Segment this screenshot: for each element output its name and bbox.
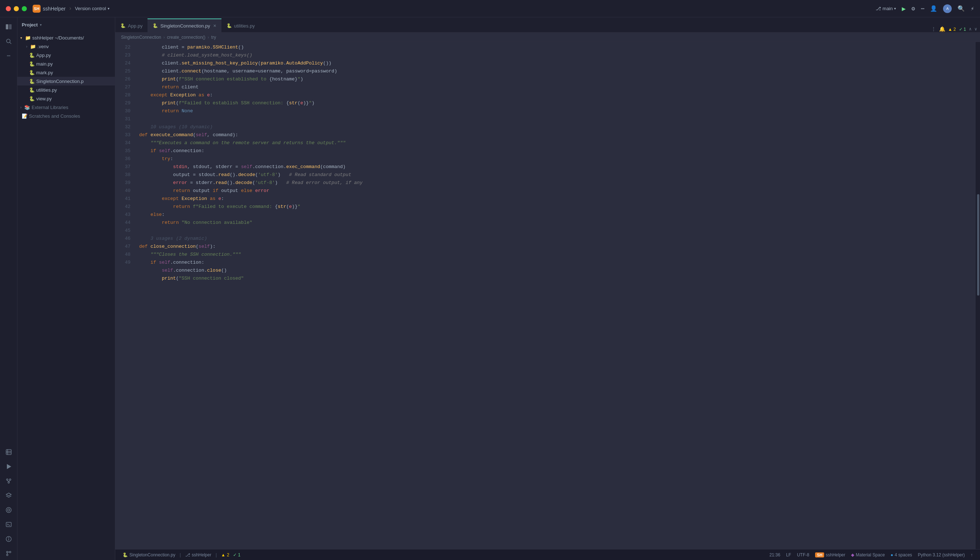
excel-icon[interactable] bbox=[2, 445, 15, 458]
status-encoding[interactable]: UTF-8 bbox=[794, 552, 812, 557]
layers-icon[interactable] bbox=[2, 489, 15, 502]
code-line-47: if self.connection: bbox=[139, 258, 976, 267]
collapse-icon[interactable]: ∧ bbox=[969, 27, 972, 32]
line-num: 45 bbox=[115, 227, 130, 235]
breadcrumb: SingletonConnection › create_connection(… bbox=[115, 33, 980, 42]
code-line-49: print("SSH connection closed" bbox=[139, 275, 976, 283]
minimize-button[interactable] bbox=[14, 6, 19, 11]
run-icon[interactable] bbox=[2, 460, 15, 473]
preferences-icon[interactable]: ⚡ bbox=[971, 5, 974, 12]
sidebar-item-label-venv: .venv bbox=[37, 44, 48, 49]
profile-icon[interactable]: 👤 bbox=[930, 5, 937, 12]
line-num: 41 bbox=[115, 195, 130, 203]
sidebar-item-mark[interactable]: 🐍 mark.py bbox=[17, 68, 115, 77]
line-num: 23 bbox=[115, 52, 130, 59]
share-icon: ↑ bbox=[971, 552, 973, 557]
status-theme[interactable]: ◆ Material Space bbox=[848, 552, 888, 557]
code-line-38: error = stderr.read().decode('utf-8') # … bbox=[139, 179, 976, 187]
status-indent[interactable]: ● 4 spaces bbox=[888, 552, 915, 557]
tab-utilities[interactable]: 🐍 utilities.py bbox=[222, 18, 260, 32]
status-indent-label: 4 spaces bbox=[895, 552, 912, 557]
sidebar-item-singleton[interactable]: 🐍 SingletonConnection.p bbox=[17, 77, 115, 85]
python-icon: 🐍 bbox=[153, 23, 158, 28]
more-icon[interactable]: ⋯ bbox=[921, 5, 925, 12]
maximize-button[interactable] bbox=[22, 6, 27, 11]
sidebar-item-app[interactable]: 🐍 App.py bbox=[17, 51, 115, 59]
code-line-45: def close_connection(self): bbox=[139, 243, 976, 251]
run-button[interactable]: ▶ bbox=[902, 5, 906, 13]
traffic-lights bbox=[6, 6, 27, 11]
scrollbar-thumb[interactable] bbox=[977, 194, 979, 295]
line-num: 22 bbox=[115, 43, 130, 52]
status-git[interactable]: 🐍 SingletonConnection.py bbox=[120, 552, 178, 557]
editor-scroll[interactable]: 22 23 24 25 26 27 28 29 30 31 32 33 34 bbox=[115, 42, 980, 549]
sidebar: Project ▾ ▾ 📁 sshHelper ~/Documents/ › 📁… bbox=[17, 17, 115, 560]
status-line-ending[interactable]: LF bbox=[783, 552, 794, 557]
status-python[interactable]: Python 3.12 (sshHelper) bbox=[915, 552, 968, 557]
terminal-icon[interactable] bbox=[2, 518, 15, 531]
status-branch-item[interactable]: ⎇ sshHelper bbox=[182, 552, 214, 557]
sidebar-item-scratches[interactable]: 📝 Scratches and Consoles bbox=[17, 112, 115, 120]
code-line-43: return "No connection available" bbox=[139, 219, 976, 227]
sidebar-header: Project ▾ bbox=[17, 17, 115, 32]
code-line-46: """Closes the SSH connection.""" bbox=[139, 251, 976, 258]
notifications-icon[interactable]: 🔔 bbox=[939, 26, 945, 32]
info-icon[interactable] bbox=[2, 532, 15, 545]
svg-point-15 bbox=[8, 509, 10, 511]
warning-icon: ▲ bbox=[221, 552, 225, 557]
line-num: 29 bbox=[115, 99, 130, 107]
more-tools-icon[interactable]: ⋯ bbox=[2, 49, 15, 62]
tab-close-icon[interactable]: ✕ bbox=[213, 23, 216, 28]
line-num: 32 bbox=[115, 123, 130, 131]
sidebar-item-label-scratches: Scratches and Consoles bbox=[29, 113, 80, 119]
status-share[interactable]: ↑ bbox=[968, 552, 976, 557]
line-num: 26 bbox=[115, 75, 130, 83]
code-line-23: # client.load_system_host_keys() bbox=[139, 52, 976, 59]
status-project-name: sshHelper bbox=[826, 552, 845, 557]
line-num: 43 bbox=[115, 211, 130, 219]
version-control[interactable]: Version control ▾ bbox=[75, 6, 109, 11]
search-icon[interactable]: 🔍 bbox=[958, 5, 965, 12]
expand-icon[interactable]: ∨ bbox=[975, 27, 977, 32]
tab-app[interactable]: 🐍 App.py bbox=[115, 18, 147, 32]
line-num: 30 bbox=[115, 107, 130, 115]
library-icon: 📚 bbox=[24, 105, 30, 110]
code-area[interactable]: client = paramiko.SSHClient() # client.l… bbox=[134, 42, 976, 549]
project-name: sshHelper bbox=[43, 6, 65, 12]
sidebar-toggle[interactable] bbox=[2, 20, 15, 33]
sidebar-item-view[interactable]: 🐍 view.py bbox=[17, 94, 115, 103]
close-button[interactable] bbox=[6, 6, 11, 11]
sidebar-item-utilities[interactable]: 🐍 utilities.py bbox=[17, 85, 115, 94]
svg-point-16 bbox=[6, 507, 11, 513]
tab-more-icon[interactable]: ⋮ bbox=[931, 26, 936, 32]
hint-line-3-usages: 3 usages (2 dynamic) bbox=[139, 235, 976, 243]
avatar-icon[interactable]: A bbox=[943, 4, 952, 13]
sidebar-item-root[interactable]: ▾ 📁 sshHelper ~/Documents/ bbox=[17, 33, 115, 42]
branch-selector[interactable]: ⎇ main ▾ bbox=[876, 6, 896, 11]
line-num: 34 bbox=[115, 139, 130, 147]
code-line-40: except Exception as e: bbox=[139, 195, 976, 203]
svg-point-24 bbox=[9, 551, 11, 553]
svg-rect-4 bbox=[6, 450, 11, 455]
editor-scrollbar[interactable] bbox=[976, 42, 980, 549]
sidebar-item-ext-libs[interactable]: › 📚 External Libraries bbox=[17, 103, 115, 112]
code-line-39: return output if output else error bbox=[139, 187, 976, 195]
branch-icon: ⎇ bbox=[185, 552, 190, 557]
sidebar-item-label-utilities: utilities.py bbox=[36, 87, 57, 93]
python-icon: 🐍 bbox=[120, 23, 126, 28]
services-icon[interactable] bbox=[2, 503, 15, 517]
line-num: 39 bbox=[115, 179, 130, 187]
line-numbers: 22 23 24 25 26 27 28 29 30 31 32 33 34 bbox=[115, 42, 134, 549]
git-icon[interactable] bbox=[2, 547, 15, 560]
search-everywhere-icon[interactable] bbox=[2, 35, 15, 48]
settings-icon[interactable]: ⚙ bbox=[912, 5, 915, 12]
sidebar-item-venv[interactable]: › 📁 .venv bbox=[17, 42, 115, 51]
vcs-icon[interactable] bbox=[2, 475, 15, 488]
sidebar-item-main[interactable]: 🐍 main.py bbox=[17, 59, 115, 68]
status-project-badge[interactable]: SH sshHelper bbox=[812, 552, 848, 557]
tab-singleton[interactable]: 🐍 SingletonConnection.py ✕ bbox=[147, 18, 221, 32]
status-position[interactable]: 21:36 bbox=[766, 552, 783, 557]
sidebar-item-label-singleton: SingletonConnection.p bbox=[36, 78, 84, 84]
line-num: 40 bbox=[115, 187, 130, 195]
status-warnings-item[interactable]: ▲ 2 ✓ 1 bbox=[218, 552, 243, 557]
